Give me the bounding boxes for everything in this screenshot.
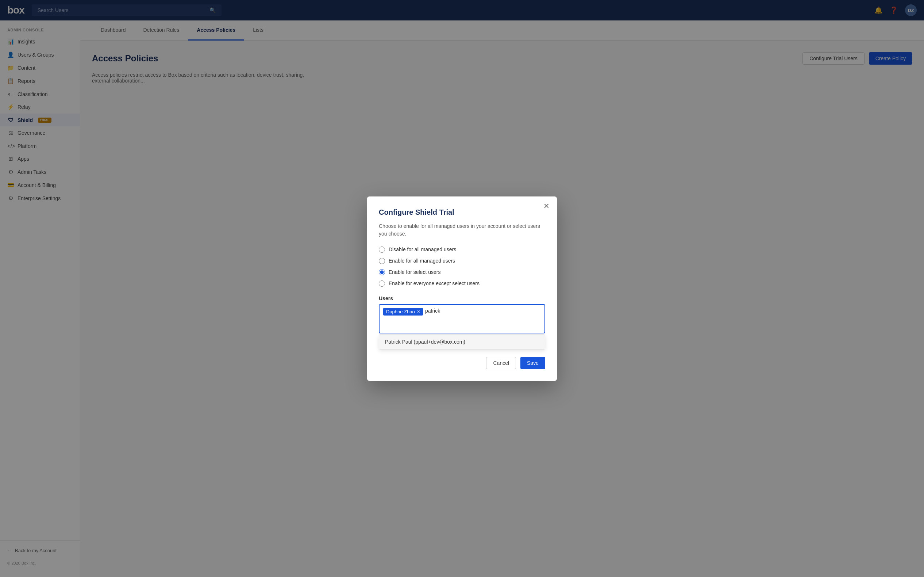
users-section: Users Daphne Zhao × Patrick Paul (ppaul+… xyxy=(379,295,545,350)
radio-enable-select[interactable]: Enable for select users xyxy=(379,269,545,276)
users-label: Users xyxy=(379,295,545,301)
users-text-input[interactable] xyxy=(425,308,489,314)
radio-enable-except[interactable]: Enable for everyone except select users xyxy=(379,280,545,287)
radio-enable-all[interactable]: Enable for all managed users xyxy=(379,258,545,264)
suggestion-patrick-paul[interactable]: Patrick Paul (ppaul+dev@box.com) xyxy=(379,335,545,349)
radio-enable-except-label: Enable for everyone except select users xyxy=(389,280,479,286)
user-tag-daphne: Daphne Zhao × xyxy=(383,308,423,316)
save-button[interactable]: Save xyxy=(521,357,545,369)
modal-footer: Cancel Save xyxy=(379,357,545,369)
modal-close-button[interactable]: ✕ xyxy=(543,202,550,210)
radio-enable-except-input[interactable] xyxy=(379,280,385,287)
modal-description: Choose to enable for all managed users i… xyxy=(379,222,545,238)
radio-enable-all-label: Enable for all managed users xyxy=(389,258,455,264)
radio-enable-all-input[interactable] xyxy=(379,258,385,264)
modal-title: Configure Shield Trial xyxy=(379,208,545,216)
configure-shield-modal: ✕ Configure Shield Trial Choose to enabl… xyxy=(367,197,557,381)
radio-disable-all[interactable]: Disable for all managed users xyxy=(379,247,545,253)
user-tag-name: Daphne Zhao xyxy=(386,309,415,314)
radio-enable-select-input[interactable] xyxy=(379,269,385,276)
user-tag-remove-button[interactable]: × xyxy=(417,309,420,314)
radio-group: Disable for all managed users Enable for… xyxy=(379,247,545,287)
suggestions-dropdown: Patrick Paul (ppaul+dev@box.com) xyxy=(379,334,545,350)
modal-overlay[interactable]: ✕ Configure Shield Trial Choose to enabl… xyxy=(0,0,924,577)
cancel-button[interactable]: Cancel xyxy=(486,357,516,369)
radio-enable-select-label: Enable for select users xyxy=(389,269,440,275)
radio-disable-all-input[interactable] xyxy=(379,247,385,253)
radio-disable-all-label: Disable for all managed users xyxy=(389,247,456,252)
users-input-box[interactable]: Daphne Zhao × xyxy=(379,304,545,334)
